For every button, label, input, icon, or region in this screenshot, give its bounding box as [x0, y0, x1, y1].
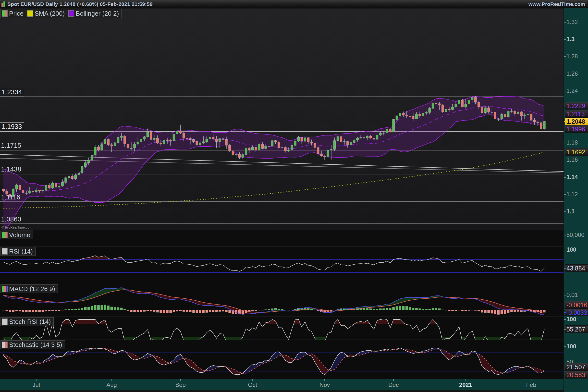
stochrsi-plot-canvas[interactable] [0, 317, 564, 340]
stochastic-plot-canvas[interactable] [0, 340, 564, 379]
bollinger-icon [68, 10, 74, 17]
time-axis-label: 2021 [459, 382, 472, 388]
rsi-icon [2, 248, 8, 254]
legend-bollinger-label: Bollinger (20 2) [76, 10, 119, 18]
axis-value-chip: 1.2048 [565, 118, 588, 125]
time-axis-label: Dec [388, 382, 399, 388]
time-axis-label: Feb [526, 382, 536, 388]
page-title: Spot EUR/USD Daily 1.2048 (+0.68%) 05-Fe… [7, 1, 153, 7]
legend-stochrsi-label: Stoch RSI (14) [9, 318, 51, 326]
price-level-label: 1.1933 [0, 122, 24, 131]
price-legend-row: Price SMA (200) Bollinger (20 2) [0, 9, 122, 18]
rsi-plot-canvas[interactable] [0, 246, 564, 284]
time-tick-mark [466, 379, 466, 381]
legend-bollinger[interactable]: Bollinger (20 2) [68, 9, 122, 18]
axis-tick-mark [564, 91, 566, 92]
axis-value-chip: 20.583 [565, 371, 588, 378]
price-split-icon [2, 10, 8, 17]
axis-tick-mark [564, 367, 566, 367]
axis-tick-mark [564, 39, 566, 40]
axis-value-chip: 1.2229 [565, 102, 588, 110]
price-plot-canvas[interactable] [0, 8, 564, 230]
time-axis-label: Oct [248, 382, 257, 388]
value-axis[interactable]: 1.321.31.281.261.241.181.161.141.121.11.… [564, 8, 588, 392]
axis-tick-mark [564, 362, 566, 362]
axis-tick-label: 1.12 [566, 191, 578, 198]
time-axis-label: Nov [320, 382, 330, 388]
macd-icon [2, 286, 8, 292]
time-axis-label: Aug [106, 382, 117, 388]
axis-tick-label: 50,000 [566, 232, 584, 238]
axis-tick-mark [564, 106, 566, 106]
price-level-label: 1.0860 [1, 216, 21, 223]
axis-tick-mark [564, 374, 566, 375]
legend-volume-label: Volume [9, 231, 30, 239]
axis-value-chip: 43.884 [565, 264, 588, 272]
axis-value-chip: -0.0016 [565, 301, 588, 309]
price-level-label: 1.2334 [0, 88, 24, 97]
axis-tick-mark [564, 114, 566, 114]
price-panel[interactable]: Price SMA (200) Bollinger (20 2) 1.23341… [0, 8, 564, 230]
sma-icon [27, 10, 33, 17]
axis-tick-label: 1.26 [566, 70, 578, 77]
axis-tick-label: 1.16 [566, 156, 578, 163]
legend-rsi[interactable]: RSI (14) [0, 247, 36, 256]
macd-plot-canvas[interactable] [0, 284, 564, 316]
axis-tick-mark [564, 305, 566, 305]
website-link[interactable]: www.ProRealTime.com [528, 1, 585, 7]
legend-stochastic[interactable]: Stochastic (14 3 5) [0, 340, 65, 349]
axis-tick-label: 1.14 [566, 174, 578, 180]
axis-tick-label: 100 [566, 246, 576, 253]
axis-value-chip: 1.1996 [565, 125, 588, 133]
rsi-panel[interactable]: RSI (14) [0, 246, 564, 284]
time-axis-label: Sep [175, 382, 186, 388]
red-candle-glyph [2, 3, 3, 7]
macd-panel[interactable]: MACD (12 26 9) [0, 284, 564, 316]
axis-tick-mark [564, 74, 566, 74]
axis-tick-mark [564, 129, 566, 129]
legend-sma[interactable]: SMA (200) [26, 9, 68, 18]
volume-split-icon [2, 232, 8, 238]
stochastic-panel[interactable]: Stochastic (14 3 5) [0, 340, 564, 379]
axis-value-chip: -0.0033 [565, 309, 588, 316]
axis-tick-mark [564, 160, 566, 160]
time-tick-mark [112, 379, 112, 381]
stochastic-icon [2, 342, 8, 348]
time-axis-label: Jul [32, 382, 40, 388]
volume-panel[interactable]: Volume [0, 230, 564, 246]
time-tick-mark [180, 379, 181, 381]
stochrsi-panel[interactable]: Stoch RSI (14) [0, 317, 564, 340]
bottom-strip [0, 390, 564, 392]
axis-tick-label: 0.01 [566, 292, 578, 298]
legend-price-label: Price [9, 10, 24, 18]
axis-tick-mark [564, 194, 566, 195]
time-tick-mark [324, 379, 325, 381]
axis-tick-mark [564, 142, 566, 143]
axis-tick-label: 1.3 [566, 36, 574, 43]
title-bar: Spot EUR/USD Daily 1.2048 (+0.68%) 05-Fe… [0, 0, 588, 8]
time-tick-mark [393, 379, 394, 381]
axis-tick-mark [564, 268, 566, 268]
axis-tick-mark [564, 56, 566, 57]
axis-tick-mark [564, 329, 566, 330]
axis-value-chip: 1.1692 [565, 148, 588, 156]
legend-macd[interactable]: MACD (12 26 9) [0, 284, 58, 293]
axis-tick-label: 1.32 [566, 18, 578, 26]
axis-value-chip: 21.507 [565, 363, 588, 371]
axis-tick-mark [564, 212, 566, 212]
legend-volume[interactable]: Volume [0, 230, 33, 239]
time-axis[interactable]: JulAugSepOctNovDec2021Feb [0, 379, 564, 390]
legend-price[interactable]: Price [0, 9, 26, 18]
axis-tick-mark [564, 250, 566, 250]
axis-tick-mark [564, 235, 566, 236]
time-tick-mark [36, 379, 36, 381]
price-level-label: 1.1116 [1, 194, 20, 201]
legend-stochrsi[interactable]: Stoch RSI (14) [0, 317, 54, 326]
axis-tick-mark [564, 312, 566, 313]
time-tick-mark [531, 379, 532, 381]
axis-tick-mark [564, 319, 566, 320]
price-level-label: 1.1715 [1, 142, 21, 150]
legend-macd-label: MACD (12 26 9) [9, 285, 55, 293]
axis-tick-mark [564, 22, 566, 22]
legend-sma-label: SMA (200) [34, 10, 65, 18]
